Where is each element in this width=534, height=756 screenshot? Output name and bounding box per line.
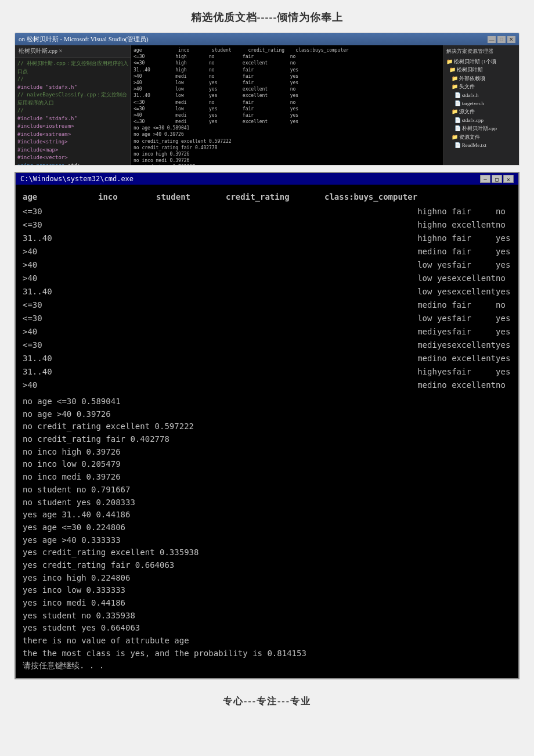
vs-left-panel: 松树贝叶斯.cpp × // 朴树贝叶斯.cpp：定义控制台应用程序的入口点 /… — [15, 45, 131, 165]
table-row: >40medinofairyes — [23, 245, 518, 258]
vs-panel-header: 松树贝叶斯.cpp × — [15, 45, 131, 57]
cmd-controls[interactable]: — □ ✕ — [480, 175, 514, 183]
cmd-min-btn[interactable]: — — [480, 175, 490, 183]
vs-cmd-mini: age inco student credit_rating class:buy… — [131, 45, 443, 165]
vs-code-area: // 朴树贝叶斯.cpp：定义控制台应用程序的入口点 // #include "… — [15, 57, 131, 165]
table-row: >40lowyesfairyes — [23, 258, 518, 272]
table-row: >40lowyesexcellentno — [23, 272, 518, 285]
vs-right-panel: 解决方案资源管理器 📁 松树贝叶斯 (1个项 📁 松树贝叶斯 📁 外部依赖项 📁… — [443, 45, 519, 165]
vs-close-btn[interactable]: ✕ — [507, 36, 515, 43]
cmd-window: C:\Windows\system32\cmd.exe — □ ✕ age in… — [15, 172, 519, 679]
col-student: student — [156, 190, 226, 204]
table-row: <=30mediyesexcellentyes — [23, 339, 518, 352]
cmd-titlebar: C:\Windows\system32\cmd.exe — □ ✕ — [16, 173, 518, 185]
cmd-title: C:\Windows\system32\cmd.exe — [20, 175, 134, 183]
vs-titlebar: on 松树贝叶斯 - Microsoft Visual Studio(管理员) … — [15, 33, 519, 45]
data-table: age inco student credit_rating class:buy… — [23, 190, 518, 392]
table-row: 31..40highnofairyes≡ — [23, 232, 518, 245]
table-row: 31..40highyesfairyes — [23, 365, 518, 379]
col-inco: inco — [98, 190, 156, 204]
vs-center-panel: age inco student credit_rating class:buy… — [131, 45, 443, 165]
vs-screenshot: on 松树贝叶斯 - Microsoft Visual Studio(管理员) … — [15, 33, 519, 166]
table-row: <=30lowyesfairyes — [23, 312, 518, 325]
vs-max-btn[interactable]: □ — [497, 36, 506, 43]
table-row: <=30medinofairno — [23, 298, 518, 312]
col-age: age — [23, 190, 98, 204]
cmd-close-btn[interactable]: ✕ — [503, 175, 514, 183]
vs-min-btn[interactable]: — — [488, 36, 496, 43]
table-row: >40mediyesfairyes — [23, 325, 518, 339]
vs-titlebar-controls: — □ ✕ — [488, 36, 515, 43]
cmd-max-btn[interactable]: □ — [492, 175, 502, 183]
table-header-row: age inco student credit_rating class:buy… — [23, 190, 417, 204]
vs-titlebar-title: on 松树贝叶斯 - Microsoft Visual Studio(管理员) — [19, 35, 149, 44]
page-header: 精选优质文档-----倾情为你奉上 — [0, 0, 534, 33]
output-block: no age <=30 0.589041 no age >40 0.39726 … — [23, 395, 511, 672]
table-row: <=30highnofairno — [23, 205, 518, 218]
table-row: >40medinoexcellentno — [23, 379, 518, 392]
table-row: 31..40medinoexcellentyes — [23, 352, 518, 365]
cmd-content: age inco student credit_rating class:buy… — [16, 185, 518, 678]
col-class: class:buys_computer — [324, 190, 417, 204]
vs-body: 松树贝叶斯.cpp × // 朴树贝叶斯.cpp：定义控制台应用程序的入口点 /… — [15, 45, 519, 165]
page-footer: 专心---专注---专业 — [0, 685, 534, 718]
table-row: 31..40lowyesexcellentyes — [23, 285, 518, 298]
table-row: <=30highnoexcellentno — [23, 218, 518, 232]
col-credit: credit_rating — [226, 190, 324, 204]
